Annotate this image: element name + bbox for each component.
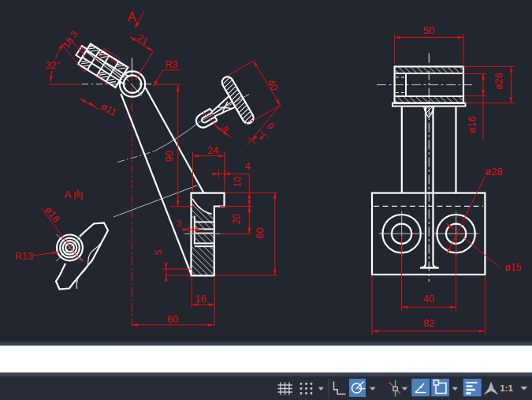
svg-text:5: 5 (153, 249, 164, 255)
svg-text:16: 16 (195, 293, 206, 305)
svg-text:90: 90 (163, 151, 175, 162)
svg-text:ø15: ø15 (504, 262, 522, 273)
svg-text:A: A (128, 10, 136, 24)
svg-text:1:1: 1:1 (500, 383, 513, 393)
svg-text:60: 60 (254, 227, 266, 238)
svg-text:24: 24 (207, 145, 218, 156)
svg-text:50: 50 (423, 24, 434, 36)
svg-text:10: 10 (232, 177, 243, 188)
svg-text:60: 60 (167, 313, 178, 325)
svg-text:20: 20 (231, 214, 242, 225)
svg-text:ø16: ø16 (467, 116, 478, 133)
svg-text:32°: 32° (46, 60, 61, 71)
svg-text:R13: R13 (15, 251, 33, 262)
svg-text:ø26: ø26 (493, 73, 504, 90)
svg-text:ø28: ø28 (485, 166, 502, 178)
svg-text:R3: R3 (166, 59, 178, 70)
svg-text:3: 3 (177, 219, 181, 228)
svg-text:82: 82 (423, 318, 434, 329)
svg-text:40: 40 (423, 293, 434, 305)
svg-text:4: 4 (245, 161, 251, 172)
svg-text:A 向: A 向 (64, 189, 84, 200)
